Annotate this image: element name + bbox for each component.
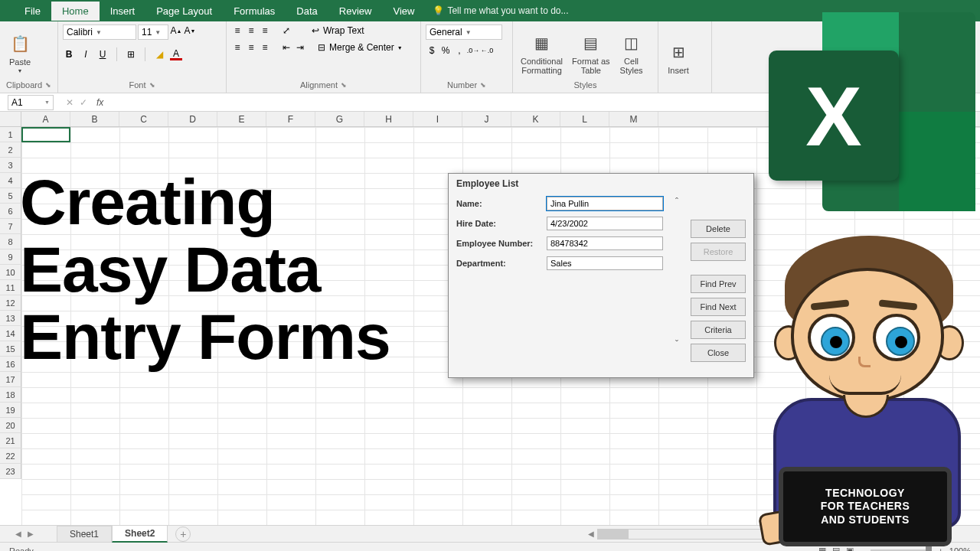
- row-header[interactable]: 7: [0, 219, 21, 234]
- col-header[interactable]: I: [413, 112, 462, 126]
- increase-font-icon[interactable]: A▲: [170, 24, 182, 37]
- col-header[interactable]: K: [511, 112, 560, 126]
- row-header[interactable]: 11: [0, 280, 21, 295]
- tab-review[interactable]: Review: [328, 2, 383, 21]
- row-header[interactable]: 8: [0, 234, 21, 249]
- row-header[interactable]: 1: [0, 127, 21, 142]
- percent-button[interactable]: %: [439, 44, 452, 57]
- row-header[interactable]: 12: [0, 295, 21, 311]
- form-scroll-down-icon[interactable]: ˇ: [675, 339, 678, 350]
- dialog-launcher-icon[interactable]: ⬊: [341, 81, 347, 89]
- row-header[interactable]: 4: [0, 173, 21, 188]
- format-as-table-button[interactable]: ▤ Format as Table: [569, 29, 613, 77]
- row-header[interactable]: 20: [0, 418, 21, 433]
- number-format-select[interactable]: General▼: [426, 24, 502, 40]
- tab-page-layout[interactable]: Page Layout: [145, 2, 223, 21]
- add-sheet-button[interactable]: +: [175, 527, 191, 542]
- bold-button[interactable]: B: [63, 48, 75, 60]
- orientation-icon[interactable]: ⤢: [280, 24, 292, 37]
- col-header[interactable]: J: [462, 112, 511, 126]
- sheet-nav-prev-icon[interactable]: ◀: [15, 530, 21, 538]
- sheet-tab-sheet1[interactable]: Sheet1: [57, 526, 112, 542]
- dialog-launcher-icon[interactable]: ⬊: [45, 81, 51, 89]
- row-header[interactable]: 13: [0, 311, 21, 326]
- row-header[interactable]: 10: [0, 265, 21, 280]
- view-break-icon[interactable]: ▣: [846, 546, 854, 551]
- zoom-level[interactable]: 100%: [949, 546, 971, 552]
- tab-insert[interactable]: Insert: [100, 2, 146, 21]
- comma-button[interactable]: ,: [453, 44, 466, 57]
- zoom-in-icon[interactable]: +: [938, 546, 942, 552]
- align-right-icon[interactable]: ≡: [259, 41, 271, 54]
- zoom-out-icon[interactable]: −: [860, 546, 864, 552]
- col-header[interactable]: A: [21, 112, 70, 126]
- row-header[interactable]: 14: [0, 326, 21, 341]
- row-header[interactable]: 6: [0, 204, 21, 219]
- tab-data[interactable]: Data: [286, 2, 328, 21]
- sheet-tab-sheet2[interactable]: Sheet2: [112, 525, 168, 543]
- name-box[interactable]: A1▼: [8, 95, 54, 110]
- row-header[interactable]: 18: [0, 387, 21, 403]
- col-header[interactable]: L: [560, 112, 609, 126]
- cancel-icon[interactable]: ✕: [66, 97, 74, 108]
- underline-button[interactable]: U: [96, 48, 109, 60]
- enter-icon[interactable]: ✓: [80, 97, 87, 108]
- align-bottom-icon[interactable]: ≡: [259, 24, 271, 37]
- font-family-select[interactable]: Calibri▼: [63, 24, 136, 40]
- decrease-font-icon[interactable]: A▼: [184, 24, 196, 37]
- col-header[interactable]: M: [609, 112, 658, 126]
- select-all-corner[interactable]: [0, 112, 21, 126]
- borders-button[interactable]: ⊞: [125, 48, 137, 60]
- align-middle-icon[interactable]: ≡: [245, 24, 257, 37]
- col-header[interactable]: H: [364, 112, 413, 126]
- row-header[interactable]: 17: [0, 372, 21, 387]
- col-header[interactable]: G: [315, 112, 364, 126]
- row-header[interactable]: 22: [0, 448, 21, 464]
- col-header[interactable]: D: [168, 112, 217, 126]
- cell-styles-button[interactable]: ◫ Cell Styles: [616, 29, 647, 77]
- col-header[interactable]: B: [70, 112, 119, 126]
- scroll-left-icon[interactable]: ◀: [588, 530, 594, 538]
- fx-label[interactable]: fx: [96, 97, 103, 108]
- tab-formulas[interactable]: Formulas: [223, 2, 286, 21]
- row-header[interactable]: 3: [0, 158, 21, 173]
- dialog-launcher-icon[interactable]: ⬊: [149, 81, 155, 89]
- insert-cells-button[interactable]: ⊞ Insert: [663, 38, 694, 77]
- form-dept-input[interactable]: [547, 256, 663, 270]
- col-header[interactable]: C: [119, 112, 168, 126]
- wrap-text-button[interactable]: Wrap Text: [323, 25, 364, 36]
- row-header[interactable]: 19: [0, 403, 21, 418]
- view-normal-icon[interactable]: ▦: [818, 546, 826, 551]
- increase-decimal-icon[interactable]: .0→: [467, 44, 479, 57]
- form-hire-input[interactable]: [547, 217, 663, 230]
- fill-color-button[interactable]: ◢: [153, 48, 165, 60]
- form-scroll-up-icon[interactable]: ˆ: [675, 197, 678, 207]
- row-header[interactable]: 23: [0, 464, 21, 479]
- view-page-icon[interactable]: ▤: [832, 546, 840, 551]
- font-size-select[interactable]: 11▼: [138, 24, 168, 40]
- paste-button[interactable]: 📋 Paste ▼: [5, 30, 35, 75]
- align-left-icon[interactable]: ≡: [231, 41, 243, 54]
- font-color-button[interactable]: A: [170, 48, 182, 60]
- row-header[interactable]: 21: [0, 433, 21, 448]
- decrease-decimal-icon[interactable]: ←.0: [481, 44, 493, 57]
- row-header[interactable]: 2: [0, 142, 21, 158]
- tab-home[interactable]: Home: [51, 2, 100, 21]
- tell-me-search[interactable]: 💡 Tell me what you want to do...: [433, 5, 568, 16]
- tab-view[interactable]: View: [382, 2, 425, 21]
- row-header[interactable]: 15: [0, 341, 21, 357]
- form-name-input[interactable]: [547, 197, 663, 210]
- align-center-icon[interactable]: ≡: [245, 41, 257, 54]
- row-header[interactable]: 9: [0, 249, 21, 265]
- align-top-icon[interactable]: ≡: [231, 24, 243, 37]
- sheet-nav-next-icon[interactable]: ▶: [28, 530, 34, 538]
- increase-indent-icon[interactable]: ⇥: [294, 41, 306, 54]
- dialog-launcher-icon[interactable]: ⬊: [480, 81, 486, 89]
- row-header[interactable]: 16: [0, 357, 21, 372]
- form-emp-input[interactable]: [547, 236, 663, 250]
- currency-button[interactable]: $: [426, 44, 438, 57]
- col-header[interactable]: E: [217, 112, 266, 126]
- italic-button[interactable]: I: [80, 48, 92, 60]
- tab-file[interactable]: File: [14, 2, 51, 21]
- row-header[interactable]: 5: [0, 188, 21, 204]
